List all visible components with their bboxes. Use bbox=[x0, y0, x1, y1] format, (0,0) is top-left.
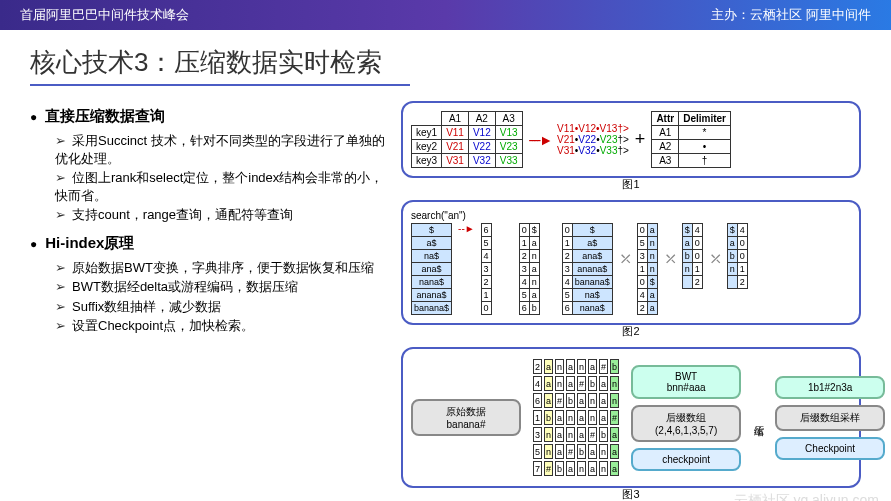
section2-heading: Hi-index原理 bbox=[30, 234, 396, 253]
section1-heading: 直接压缩数据查询 bbox=[30, 107, 396, 126]
header-left: 首届阿里巴巴中间件技术峰会 bbox=[20, 6, 189, 24]
figure2: search("an") $a$na$ana$nana$anana$banana… bbox=[401, 200, 861, 325]
section1-list: 采用Succinct 技术，针对不同类型的字段进行了单独的优化处理。 位图上ra… bbox=[30, 132, 396, 224]
figure1: A1A2A3 key1V11V12V13 key2V21V22V23 key3V… bbox=[401, 101, 861, 178]
arrow-icon: ----► bbox=[529, 132, 552, 148]
section2-list: 原始数据BWT变换，字典排序，便于数据恢复和压缩 BWT数据经delta或游程编… bbox=[30, 259, 396, 335]
plus-icon: + bbox=[635, 129, 646, 150]
figure3: 原始数据 banana# 2anana#b 4ana#ban 6a#banan … bbox=[401, 347, 861, 488]
watermark: 云栖社区 yq.aliyun.com bbox=[734, 492, 879, 501]
bwt-table: 2anana#b 4ana#ban 6a#banan 1banana# 3nan… bbox=[531, 357, 621, 478]
header-right: 主办：云栖社区 阿里中间件 bbox=[711, 6, 871, 24]
slide-title: 核心技术3：压缩数据实时检索 bbox=[30, 45, 861, 86]
